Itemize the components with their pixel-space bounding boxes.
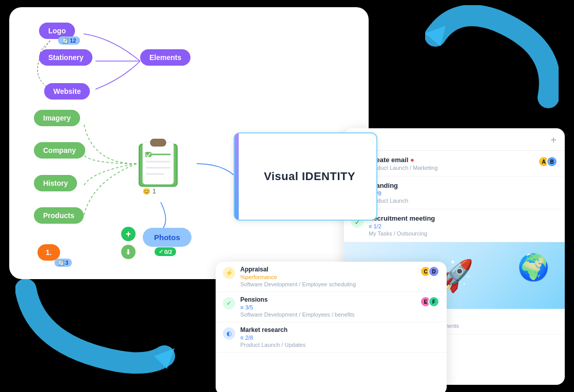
task-content-appraisal: Appraisal %performance Software Developm… — [240, 266, 415, 287]
task-item-pensions[interactable]: ✓ Pensions ≡ 3/5 Software Development / … — [216, 292, 447, 322]
task-subtitle-pensions: Software Development / Employees / benef… — [240, 311, 415, 318]
task-item-appraisal[interactable]: ⚡ Appraisal %performance Software Develo… — [216, 262, 447, 292]
task-title-create-email: Create email ● — [369, 156, 533, 164]
color-bar — [235, 133, 239, 220]
task-subtitle-recruitment: My Tasks / Outsourcing — [369, 230, 558, 237]
task-avatars-appraisal: C D — [420, 266, 439, 277]
task-title-recruitment: Recruitment meeting — [369, 214, 558, 222]
bottom-task-panel: ⚡ Appraisal %performance Software Develo… — [216, 262, 447, 392]
visual-identity-card: Visual IDENTITY — [234, 132, 377, 221]
visual-identity-text: Visual IDENTITY — [256, 170, 355, 183]
task-item-market-research[interactable]: ◐ Market research ≡ 2/8 Product Launch /… — [216, 322, 447, 352]
logo-badge: 🔄 12 — [58, 36, 80, 45]
add-button[interactable]: + — [121, 227, 136, 241]
elements-node[interactable]: Elements — [140, 49, 190, 66]
task-title-market-research: Market research — [240, 326, 439, 334]
task-icon-pensions: ✓ — [223, 297, 235, 309]
task-title-branding: Branding — [369, 182, 558, 189]
task-avatar-create-email: A B — [538, 156, 558, 167]
task-icon-market-research: ◐ — [223, 327, 235, 340]
add-task-button[interactable]: + — [550, 134, 557, 146]
svg-rect-4 — [150, 139, 166, 146]
stationery-node[interactable]: Stationery — [39, 49, 92, 66]
task-content-recruitment: Recruitment meeting ≡ 1/2 My Tasks / Out… — [369, 214, 558, 237]
task-progress-pensions: ≡ 3/5 — [240, 304, 415, 310]
task-title-appraisal: Appraisal — [240, 266, 415, 273]
task-subtitle-appraisal: Software Development / Employee scheduli… — [240, 281, 415, 287]
task-avatars-pensions: E F — [420, 296, 439, 307]
bg-arrow-top-right — [425, 5, 559, 118]
task-content-pensions: Pensions ≡ 3/5 Software Development / Em… — [240, 296, 415, 318]
clipboard-icon — [135, 138, 181, 189]
download-button[interactable]: ⬇ — [121, 245, 136, 259]
svg-rect-3 — [143, 142, 174, 184]
task-content-market-research: Market research ≡ 2/8 Product Launch / U… — [240, 326, 439, 348]
task-subtitle-branding: Product Launch — [369, 198, 558, 204]
products-node[interactable]: Products — [34, 207, 84, 224]
bg-arrow-bottom-left — [15, 274, 180, 387]
photos-node[interactable]: Photos — [143, 228, 192, 247]
photos-badge: ✓ 0/2 — [155, 247, 176, 256]
task-icon-appraisal: ⚡ — [223, 267, 235, 279]
website-node[interactable]: Website — [44, 83, 90, 100]
orange-node[interactable]: 1. — [37, 244, 60, 261]
task-subtitle-create-email: Product Launch / Marketing — [369, 165, 533, 171]
task-title-pensions: Pensions — [240, 296, 415, 303]
task-content-create-email: Create email ● Product Launch / Marketin… — [369, 156, 533, 171]
clipboard-badge: 😊 1 — [143, 188, 156, 195]
task-progress-market-research: ≡ 2/8 — [240, 335, 439, 341]
company-node[interactable]: Company — [34, 142, 85, 159]
imagery-node[interactable]: Imagery — [34, 110, 80, 126]
task-progress-recruitment: ≡ 1/2 — [369, 223, 558, 229]
history-node[interactable]: History — [34, 175, 77, 191]
task-progress-appraisal: %performance — [240, 274, 415, 280]
task-content-branding: Branding ≡ 4/8 Product Launch — [369, 182, 558, 204]
task-subtitle-market-research: Product Launch / Updates — [240, 342, 439, 348]
orange-badge: 🔄 3 — [54, 259, 72, 267]
task-progress-branding: ≡ 4/8 — [369, 190, 558, 197]
